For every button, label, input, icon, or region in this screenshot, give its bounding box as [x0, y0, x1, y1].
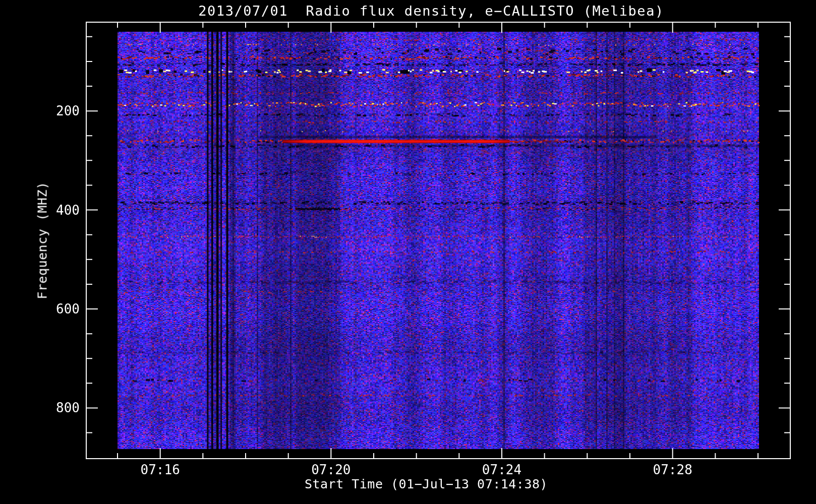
- spectrogram-page: 2013/07/01 Radio flux density, e−CALLIST…: [0, 0, 816, 504]
- chart-title: 2013/07/01 Radio flux density, e−CALLIST…: [198, 3, 664, 19]
- y-tick-label-400: 400: [34, 203, 80, 218]
- x-tick-label-0716: 07:16: [125, 462, 196, 477]
- spectrogram-canvas: [0, 0, 816, 504]
- y-tick-label-600: 600: [34, 301, 80, 317]
- x-tick-label-0724: 07:24: [467, 462, 537, 477]
- y-tick-label-200: 200: [34, 103, 80, 118]
- x-axis-label: Start Time (01−Jul−13 07:14:38): [305, 477, 548, 491]
- y-tick-label-800: 800: [34, 400, 80, 415]
- y-axis-label: Frequency (MHZ): [35, 181, 50, 299]
- x-tick-label-0720: 07:20: [296, 462, 366, 477]
- x-tick-label-0728: 07:28: [637, 462, 708, 477]
